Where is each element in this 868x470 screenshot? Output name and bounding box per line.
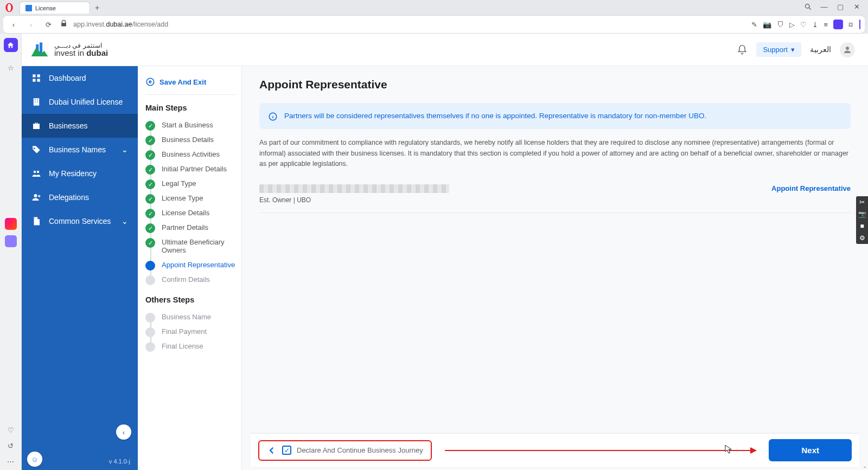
step-back-button[interactable] (267, 446, 277, 455)
save-and-exit-button[interactable]: Save And Exit (145, 75, 236, 95)
check-icon: ✓ (145, 179, 155, 189)
arrow-left-circle-icon (145, 77, 155, 87)
step-label: Confirm Details (162, 275, 210, 284)
sidebar-item-my-residency[interactable]: My Residency (22, 162, 138, 185)
step-label: Business Details (162, 136, 214, 144)
sidebar-item-dashboard[interactable]: Dashboard (22, 66, 138, 90)
check-icon: ✓ (145, 150, 155, 160)
svg-rect-15 (37, 101, 39, 102)
step-label: Final Payment (162, 327, 207, 336)
sidebar-item-unified-license[interactable]: Dubai Unified License (22, 90, 138, 114)
opera-home-button[interactable] (4, 38, 18, 52)
step-label: Business Activities (162, 150, 220, 158)
sidebar-item-business-names[interactable]: Business Names ⌄ (22, 138, 138, 162)
other-step-final-payment[interactable]: Final Payment (145, 324, 236, 339)
edit-icon[interactable]: ✎ (751, 21, 757, 29)
send-icon[interactable]: ▷ (789, 21, 795, 29)
scroll-down-indicator[interactable]: ⌄ (863, 463, 867, 469)
bookmarks-icon[interactable]: ☆ (5, 62, 17, 74)
maximize-window-icon[interactable]: ▢ (835, 3, 845, 12)
step-start-a-business[interactable]: ✓Start a Business (145, 118, 236, 132)
shield-icon[interactable]: ⛉ (777, 21, 784, 29)
svg-rect-10 (37, 79, 40, 82)
browser-chrome: License + — ▢ ✕ ‹ › ⟳ app.invest.dubai.a… (0, 0, 868, 34)
more-icon[interactable]: ⋯ (7, 458, 14, 466)
step-label: License Type (162, 194, 203, 202)
reload-button[interactable]: ⟳ (42, 18, 54, 30)
notifications-icon[interactable] (737, 44, 748, 55)
language-switch[interactable]: العربية (810, 45, 831, 54)
sidebar-collapse-button[interactable]: ‹ (116, 424, 131, 440)
chevron-down-icon: ▾ (791, 46, 795, 54)
main-content: Appoint Representative Partners will be … (242, 66, 868, 470)
workspace-icon-1[interactable] (5, 218, 17, 230)
accent-bar (859, 20, 860, 29)
step-ultimate-beneficiary-owners[interactable]: ✓Ultimate Beneficiary Owners (145, 235, 236, 257)
profile-pill-icon[interactable] (833, 20, 843, 29)
step-label: Business Name (162, 313, 211, 321)
app-header: استثمر في دبـــي invest in dubai Support… (22, 34, 868, 66)
tool-clip-icon[interactable]: ✂ (856, 196, 868, 208)
url-display[interactable]: app.invest.dubai.ae/license/add (73, 21, 168, 28)
check-icon: ✓ (145, 194, 155, 204)
logo-mark-icon (30, 41, 49, 59)
chevron-down-icon: ⌄ (122, 217, 128, 226)
step-partner-details[interactable]: ✓Partner Details (145, 220, 236, 235)
step-label: Partner Details (162, 223, 208, 231)
dot-pending-icon (145, 313, 155, 323)
new-tab-button[interactable]: + (91, 2, 103, 14)
step-initial-partner-details[interactable]: ✓Initial Partner Details (145, 162, 236, 176)
back-button[interactable]: ‹ (8, 18, 20, 30)
step-confirm-details[interactable]: Confirm Details (145, 272, 236, 287)
heart-icon[interactable]: ♡ (800, 21, 807, 29)
footer-action-bar: ✓ Declare And Continue Business Journey … (251, 433, 859, 467)
tool-settings-icon[interactable]: ⚙ (856, 232, 868, 244)
camera-icon[interactable]: 📷 (763, 21, 771, 29)
tool-screenshot-icon[interactable]: 📷 (856, 208, 868, 220)
briefcase-icon (31, 121, 41, 131)
opera-sidebar: ☆ ♡ ↺ ⋯ (0, 34, 22, 470)
step-appoint-representative[interactable]: Appoint Representative (145, 257, 236, 272)
step-license-type[interactable]: ✓License Type (145, 191, 236, 205)
info-banner: Partners will be considered representati… (259, 103, 851, 129)
step-legal-type[interactable]: ✓Legal Type (145, 176, 236, 191)
sidebar-item-delegations[interactable]: Delegations (22, 185, 138, 209)
step-business-details[interactable]: ✓Business Details (145, 132, 236, 147)
step-license-details[interactable]: ✓License Details (145, 205, 236, 220)
check-icon: ✓ (145, 238, 155, 248)
support-button[interactable]: Support ▾ (756, 42, 801, 57)
download-icon[interactable]: ⤓ (812, 21, 818, 29)
history-icon[interactable]: ↺ (8, 442, 14, 450)
disclosure-text: As part of our commitment to compliance … (259, 138, 851, 169)
workspace-icon-2[interactable] (5, 235, 17, 247)
close-window-icon[interactable]: ✕ (852, 3, 861, 12)
address-bar: ‹ › ⟳ app.invest.dubai.ae/license/add ✎ … (3, 15, 865, 34)
favorites-icon[interactable]: ♡ (8, 426, 14, 434)
chat-widget-icon[interactable]: ☺ (27, 452, 42, 467)
user-avatar[interactable] (840, 42, 855, 57)
step-label: License Details (162, 209, 209, 217)
forward-button[interactable]: › (25, 18, 37, 30)
step-label: Legal Type (162, 179, 196, 188)
other-step-final-license[interactable]: Final License (145, 339, 236, 353)
declare-checkbox[interactable]: ✓ (282, 446, 291, 455)
main-sidebar: Dashboard Dubai Unified License Business… (22, 66, 138, 470)
dot-pending-icon (145, 275, 155, 285)
sidebar-item-businesses[interactable]: Businesses (22, 114, 138, 138)
extensions-icon[interactable]: ⧈ (848, 20, 853, 29)
browser-tab[interactable]: License (20, 2, 90, 14)
step-business-activities[interactable]: ✓Business Activities (145, 147, 236, 162)
dot-pending-icon (145, 327, 155, 337)
tool-record-icon[interactable]: ■ (856, 220, 868, 232)
minimize-window-icon[interactable]: — (819, 3, 829, 12)
appoint-representative-link[interactable]: Appoint Representative (771, 184, 851, 192)
svg-line-3 (809, 8, 810, 9)
next-button[interactable]: Next (769, 439, 852, 461)
brand-logo[interactable]: استثمر في دبـــي invest in dubai (30, 41, 108, 59)
search-browser-icon[interactable] (803, 3, 813, 12)
other-step-business-name[interactable]: Business Name (145, 310, 236, 324)
people-icon (31, 169, 41, 178)
menu-icon[interactable]: ≡ (824, 21, 828, 29)
svg-point-6 (846, 47, 849, 50)
sidebar-item-common-services[interactable]: Common Services ⌄ (22, 209, 138, 233)
